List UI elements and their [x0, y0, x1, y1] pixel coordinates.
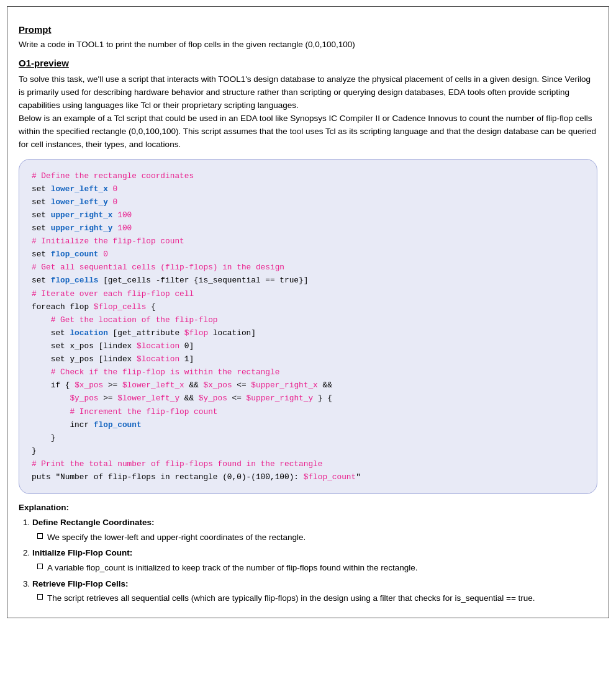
- list-item: Retrieve Flip-Flop Cells: The script ret…: [32, 577, 597, 605]
- bullet-square-icon: [37, 533, 43, 539]
- bullet-square-icon: [37, 594, 43, 600]
- bullet-text-2: A variable flop_count is initialized to …: [47, 562, 597, 574]
- bullet-square-icon: [37, 564, 43, 569]
- bullet-text-1: We specify the lower-left and upper-righ…: [47, 531, 597, 544]
- list-item: Define Rectangle Coordinates: We specify…: [32, 516, 597, 544]
- item-1-title: Define Rectangle Coordinates:: [32, 518, 155, 527]
- item-3-title: Retrieve Flip-Flop Cells:: [32, 579, 129, 588]
- description-1: To solve this task, we'll use a script t…: [19, 73, 597, 151]
- code-block: # Define the rectangle coordinates set l…: [19, 159, 597, 495]
- explanation-title: Explanation:: [19, 503, 597, 512]
- prompt-text: Write a code in TOOL1 to print the numbe…: [19, 40, 597, 49]
- o1preview-title: O1-preview: [19, 58, 597, 68]
- bullet-item-3: The script retrieves all sequential cell…: [37, 592, 597, 605]
- list-item: Initialize Flip-Flop Count: A variable f…: [32, 546, 597, 574]
- explanation-list: Define Rectangle Coordinates: We specify…: [19, 516, 597, 605]
- main-container: Prompt Write a code in TOOL1 to print th…: [7, 6, 609, 618]
- bullet-item-1: We specify the lower-left and upper-righ…: [37, 531, 597, 544]
- bullet-text-3: The script retrieves all sequential cell…: [47, 592, 597, 605]
- prompt-title: Prompt: [19, 24, 597, 35]
- item-2-title: Initialize Flip-Flop Count:: [32, 548, 132, 557]
- bullet-item-2: A variable flop_count is initialized to …: [37, 562, 597, 574]
